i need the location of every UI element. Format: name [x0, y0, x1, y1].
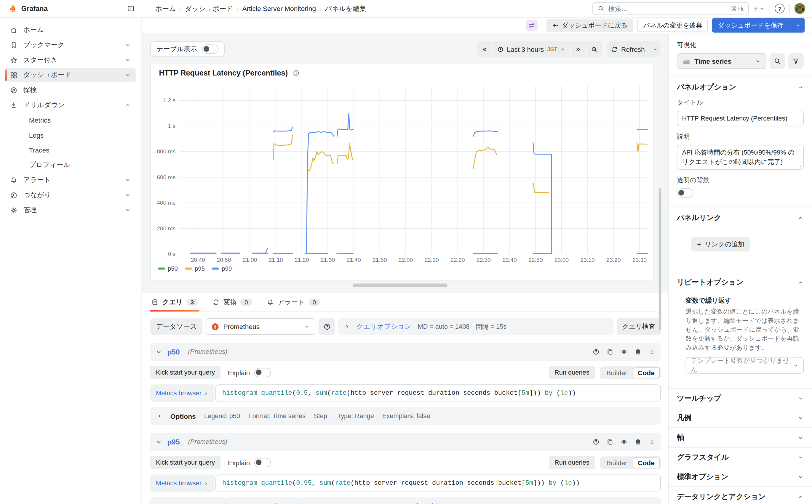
- panel-title-input[interactable]: [677, 111, 804, 126]
- sidebar-item-プロフィール[interactable]: プロフィール: [5, 158, 135, 172]
- sidebar-item-スター付き[interactable]: スター付き: [5, 53, 135, 67]
- tab-変換[interactable]: 変換0: [212, 293, 254, 312]
- run-queries-button[interactable]: Run queries: [549, 456, 595, 469]
- sidebar-item-ダッシュボード[interactable]: ダッシュボード: [5, 68, 135, 82]
- section-グラフスタイル[interactable]: グラフスタイル: [669, 448, 812, 467]
- sidebar-item-metrics[interactable]: Metrics: [5, 113, 135, 127]
- breadcrumb-item[interactable]: パネルを編集: [325, 4, 366, 13]
- delete-query-button[interactable]: [635, 348, 642, 355]
- avatar[interactable]: [795, 3, 805, 14]
- legend-item-p95[interactable]: p95: [185, 265, 205, 272]
- section-ツールチップ[interactable]: ツールチップ: [669, 388, 812, 408]
- sidebar-item-logs[interactable]: Logs: [5, 128, 135, 142]
- refresh-button[interactable]: Refresh: [607, 41, 649, 57]
- code-option[interactable]: Code: [633, 457, 660, 468]
- datasource-select[interactable]: Prometheus: [206, 318, 315, 335]
- explain-toggle[interactable]: Explain: [228, 368, 271, 377]
- promql-expression-input[interactable]: histogram_quantile(0.95, sum(rate(http_s…: [216, 474, 661, 492]
- sidebar-item-ドリルダウン[interactable]: ドリルダウン: [5, 98, 135, 112]
- search-input[interactable]: 検索... ⌘+k: [592, 2, 749, 15]
- datasource-help-button[interactable]: [319, 318, 335, 335]
- query-options-row[interactable]: OptionsLegend: p95Format: Time seriesSte…: [150, 497, 661, 504]
- kick-start-query-button[interactable]: Kick start your query: [150, 456, 221, 469]
- delete-query-button[interactable]: [635, 438, 642, 445]
- explain-toggle[interactable]: Explain: [228, 458, 271, 467]
- metrics-browser-button[interactable]: Metrics browser: [150, 474, 215, 492]
- breadcrumb-item[interactable]: ダッシュボード: [185, 4, 233, 13]
- section-panel-options[interactable]: パネルオプション: [677, 83, 804, 92]
- duplicate-query-button[interactable]: [606, 438, 614, 445]
- add-button[interactable]: +: [754, 4, 765, 13]
- builder-option[interactable]: Builder: [601, 457, 633, 468]
- breadcrumb-item[interactable]: Article Server Monitoring: [242, 5, 316, 12]
- timeseries-chart[interactable]: 0 s200 ms400 ms600 ms800 ms1 s1.2 s20:40…: [151, 64, 654, 264]
- query-help-button[interactable]: [592, 348, 599, 355]
- query-help-button[interactable]: [592, 438, 599, 445]
- dock-menu-icon[interactable]: [125, 3, 136, 14]
- explain-switch[interactable]: [254, 458, 271, 467]
- table-view-switch[interactable]: [202, 44, 219, 54]
- panel-description-textarea[interactable]: API 応答時間の分布 (50%/95%/99% のリクエストがこの時間以内に完…: [677, 145, 804, 170]
- sidebar-item-traces[interactable]: Traces: [5, 143, 135, 157]
- repeat-by-variable-label: 変数で繰り返す: [686, 297, 804, 306]
- query-header[interactable]: p50(Prometheus): [150, 343, 661, 361]
- drag-handle[interactable]: [649, 438, 656, 445]
- sidebar-item-探検[interactable]: 探検: [5, 83, 135, 97]
- filter-visualization-button[interactable]: [788, 53, 804, 69]
- help-button[interactable]: ?: [775, 4, 784, 13]
- section-標準オプション[interactable]: 標準オプション: [669, 467, 812, 487]
- repeat-variable-select[interactable]: テンプレート変数が見つかりません: [686, 357, 804, 374]
- horizontal-scrollbar[interactable]: [353, 284, 447, 287]
- section-凡例[interactable]: 凡例: [669, 408, 812, 428]
- zoom-out-button[interactable]: [587, 41, 602, 57]
- split-panes-button[interactable]: [526, 20, 537, 31]
- kick-start-query-button[interactable]: Kick start your query: [150, 366, 221, 379]
- resize-handle-icon[interactable]: [797, 163, 802, 168]
- breadcrumb-item[interactable]: ホーム: [155, 4, 176, 13]
- legend-item-p99[interactable]: p99: [212, 265, 232, 272]
- section-軸[interactable]: 軸: [669, 428, 812, 447]
- query-options-link[interactable]: クエリオプション: [357, 322, 412, 331]
- metrics-browser-button[interactable]: Metrics browser: [150, 384, 215, 402]
- vertical-scrollbar[interactable]: [659, 188, 662, 330]
- search-visualization-button[interactable]: [770, 53, 785, 69]
- chevron-down-icon: [755, 58, 761, 64]
- save-dashboard-button[interactable]: ダッシュボードを保存: [712, 18, 805, 33]
- run-queries-button[interactable]: Run queries: [549, 366, 595, 379]
- tab-クエリ[interactable]: クエリ3: [150, 293, 199, 312]
- transparent-bg-switch[interactable]: [677, 189, 694, 198]
- query-inspector-button[interactable]: クエリ検査: [617, 318, 661, 335]
- query-options-row[interactable]: OptionsLegend: p50Format: Time seriesSte…: [150, 407, 661, 425]
- discard-panel-changes-button[interactable]: パネルの変更を破棄: [638, 19, 708, 32]
- time-range-button[interactable]: Last 3 hours JST: [493, 41, 570, 57]
- add-panel-link-button[interactable]: +リンクの追加: [691, 237, 751, 252]
- visualization-select[interactable]: Time series: [677, 53, 766, 69]
- query-header[interactable]: p95(Prometheus): [150, 433, 661, 451]
- promql-expression-input[interactable]: histogram_quantile(0.5, sum(rate(http_se…: [216, 384, 661, 402]
- toggle-query-visibility-button[interactable]: [620, 348, 628, 355]
- section-repeat-options[interactable]: リピートオプション: [677, 278, 804, 287]
- query-options-strip[interactable]: クエリオプション MD = auto = 1408 間隔 = 15s: [338, 318, 614, 335]
- sidebar-item-ホーム[interactable]: ホーム: [5, 23, 135, 37]
- section-data-links[interactable]: データリンクとアクション: [669, 487, 812, 504]
- sidebar-item-ブックマーク[interactable]: ブックマーク: [5, 38, 135, 52]
- toggle-query-visibility-button[interactable]: [620, 438, 628, 445]
- sidebar-item-管理[interactable]: 管理: [5, 203, 135, 217]
- duplicate-query-button[interactable]: [606, 348, 614, 355]
- refresh-interval-dropdown[interactable]: [649, 41, 661, 57]
- code-option[interactable]: Code: [633, 367, 660, 378]
- sidebar-item-アラート[interactable]: アラート: [5, 173, 135, 187]
- builder-option[interactable]: Builder: [601, 367, 633, 378]
- back-to-dashboard-button[interactable]: ダッシュボードに戻る: [546, 19, 633, 32]
- section-panel-links[interactable]: パネルリンク: [677, 213, 804, 222]
- table-view-toggle[interactable]: テーブル表示: [150, 41, 225, 57]
- query-refid[interactable]: p95: [167, 438, 179, 446]
- query-refid[interactable]: p50: [167, 348, 179, 356]
- tab-アラート[interactable]: アラート0: [266, 293, 321, 312]
- time-back-button[interactable]: [477, 41, 492, 57]
- time-forward-button[interactable]: [571, 41, 586, 57]
- explain-switch[interactable]: [254, 368, 271, 377]
- legend-item-p50[interactable]: p50: [158, 265, 178, 272]
- drag-handle[interactable]: [649, 348, 656, 355]
- sidebar-item-つながり[interactable]: つながり: [5, 188, 135, 202]
